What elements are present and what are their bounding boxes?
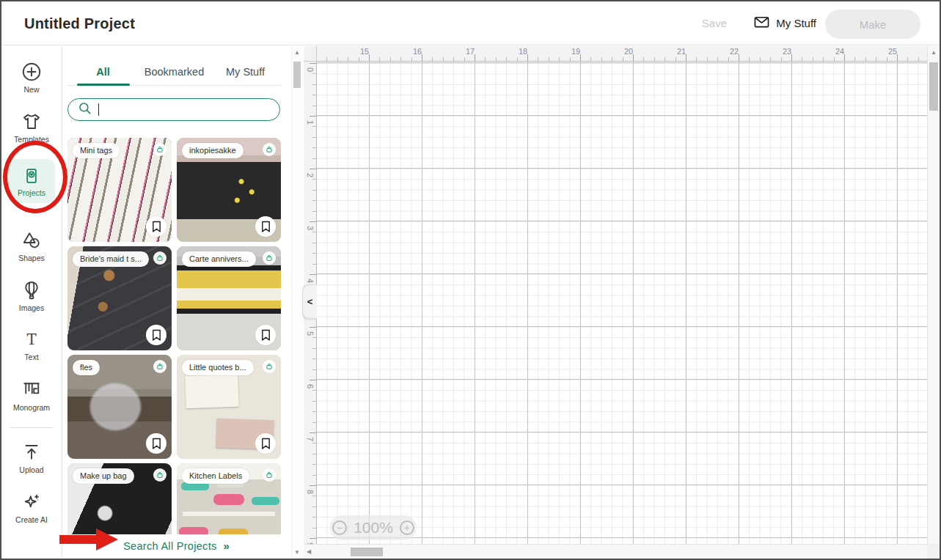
bookmark-button[interactable]: [255, 216, 276, 237]
sidebar-item-shapes[interactable]: Shapes: [8, 228, 55, 263]
zoom-control: − 100% +: [330, 515, 417, 540]
ruler-number: 25: [884, 47, 901, 56]
project-tile[interactable]: fles: [67, 355, 172, 459]
zoom-in-button[interactable]: +: [400, 520, 414, 535]
ruler-number: 15: [356, 47, 373, 56]
search-all-projects-link[interactable]: Search All Projects »: [123, 539, 231, 552]
project-name: fles: [73, 360, 100, 375]
project-name: Mini tags: [73, 143, 120, 158]
tab-bookmarked[interactable]: Bookmarked: [139, 59, 210, 85]
sidebar-item-new[interactable]: New: [8, 59, 55, 95]
scroll-up-icon[interactable]: ▲: [292, 49, 302, 56]
panel-bottom-bar: Search All Projects »: [63, 534, 291, 559]
project-tile[interactable]: Carte annivers...: [177, 246, 281, 350]
ruler-number: 24: [831, 47, 849, 56]
sidebar-item-images[interactable]: Images: [8, 278, 55, 313]
project-tile[interactable]: Little quotes b...: [177, 355, 281, 459]
sidebar-item-projects[interactable]: Projects: [8, 159, 55, 203]
ruler-corner: [304, 46, 317, 62]
projects-icon: [21, 166, 42, 186]
access-badge-icon: [263, 143, 276, 156]
scroll-left-icon[interactable]: ◀: [307, 548, 311, 555]
bookmark-button[interactable]: [146, 433, 166, 454]
sidebar-item-create-ai[interactable]: Create AI: [8, 490, 55, 525]
canvas-vertical-scrollbar[interactable]: ▲: [927, 46, 940, 544]
sidebar-item-label: Monogram: [13, 403, 50, 412]
access-badge-icon: [263, 468, 276, 482]
panel-scrollbar-thumb[interactable]: [293, 62, 301, 88]
bookmark-button[interactable]: [146, 216, 166, 237]
project-tile[interactable]: Mini tags: [67, 138, 172, 242]
horizontal-scrollbar-thumb[interactable]: [351, 548, 383, 556]
sidebar-item-label: Images: [19, 303, 44, 312]
vertical-scrollbar-thumb[interactable]: [929, 62, 938, 111]
sidebar-item-upload[interactable]: Upload: [8, 440, 55, 475]
images-icon: [21, 279, 43, 301]
tab-my-stuff[interactable]: My Stuff: [210, 59, 281, 85]
scroll-down-icon[interactable]: ▼: [292, 549, 302, 556]
zoom-level: 100%: [354, 519, 393, 537]
ruler-number: 22: [725, 47, 743, 56]
canvas-horizontal-scrollbar[interactable]: ◀: [304, 544, 927, 559]
new-icon: [21, 61, 43, 83]
project-title[interactable]: Untitled Project: [24, 15, 135, 32]
left-sidebar: New Templates Projects Shapes ImagesT Te…: [1, 46, 62, 559]
panel-collapse-handle[interactable]: <: [302, 284, 317, 319]
envelope-icon: [753, 15, 770, 32]
app-window: Untitled Project Save My Stuff Make New …: [0, 0, 941, 560]
ruler-number: 18: [514, 47, 532, 56]
ruler-number: 2: [306, 169, 315, 181]
project-name: inkopiesakke: [182, 143, 244, 158]
sidebar-item-monogram[interactable]: Monogram: [8, 377, 55, 413]
access-badge-icon: [153, 468, 166, 482]
horizontal-ruler: 1516171819202122232425: [317, 46, 927, 62]
sidebar-item-templates[interactable]: Templates: [8, 109, 55, 144]
templates-icon: [21, 111, 43, 133]
panel-scrollbar[interactable]: ▲ ▼: [291, 46, 302, 559]
top-bar: Untitled Project Save My Stuff Make: [1, 1, 940, 45]
project-tile[interactable]: inkopiesakke: [177, 138, 281, 242]
design-canvas[interactable]: [317, 62, 927, 544]
sidebar-item-label: Shapes: [18, 254, 45, 262]
svg-text:T: T: [26, 331, 37, 348]
make-button[interactable]: Make: [825, 10, 920, 39]
project-grid: Mini tags inkopiesakke Bride's maid t s.…: [67, 138, 282, 534]
sidebar-item-label: New: [23, 85, 39, 94]
sidebar-item-label: Upload: [19, 465, 43, 474]
scroll-up-icon[interactable]: ▲: [928, 49, 940, 56]
save-button[interactable]: Save: [702, 17, 727, 29]
sidebar-item-label: Create AI: [15, 515, 48, 524]
ruler-number: 3: [306, 222, 315, 234]
my-stuff-button[interactable]: My Stuff: [753, 15, 816, 32]
ruler-number: 16: [409, 47, 426, 56]
panel-tabs: All Bookmarked My Stuff: [67, 59, 281, 86]
bookmark-button[interactable]: [255, 325, 276, 345]
access-badge-icon: [153, 143, 166, 156]
project-tile[interactable]: Make up bag: [67, 463, 172, 534]
my-stuff-label: My Stuff: [776, 17, 816, 29]
ruler-number: 0: [306, 64, 315, 75]
projects-panel: All Bookmarked My Stuff Mini tags inkopi…: [63, 46, 291, 559]
project-name: Make up bag: [73, 468, 134, 484]
bookmark-button[interactable]: [146, 325, 166, 345]
project-name: Little quotes b...: [182, 360, 254, 375]
project-tile[interactable]: Bride's maid t s...: [67, 246, 172, 350]
access-badge-icon: [263, 360, 276, 373]
search-all-label: Search All Projects: [123, 540, 216, 552]
bookmark-button[interactable]: [255, 433, 276, 454]
ruler-number: 20: [620, 47, 637, 56]
ruler-number: 17: [461, 47, 479, 56]
monogram-icon: [21, 379, 43, 401]
tab-all[interactable]: All: [67, 59, 139, 85]
search-input[interactable]: [99, 99, 279, 120]
sidebar-item-text[interactable]: T Text: [8, 328, 55, 363]
text-icon: T: [21, 330, 42, 350]
ruler-number: 6: [306, 380, 315, 392]
ruler-number: 19: [567, 47, 585, 56]
sidebar-item-label: Projects: [18, 188, 45, 197]
access-badge-icon: [153, 251, 166, 265]
access-badge-icon: [263, 251, 276, 265]
project-tile[interactable]: Kitchen Labels: [177, 463, 281, 534]
zoom-out-button[interactable]: −: [332, 520, 347, 535]
search-box[interactable]: [67, 98, 280, 121]
